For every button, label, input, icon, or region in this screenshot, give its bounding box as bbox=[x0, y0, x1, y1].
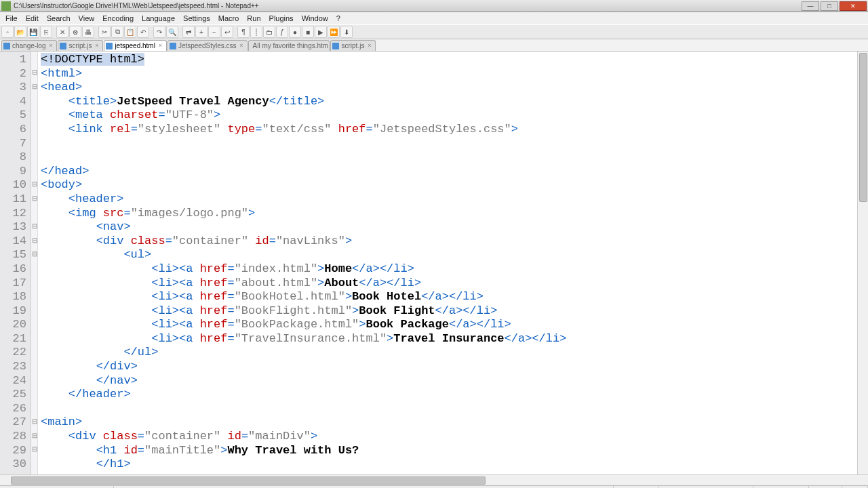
code-line[interactable]: <li><a href="BookPackage.html">Book Pack… bbox=[41, 318, 868, 332]
code-line[interactable]: </nav> bbox=[41, 374, 868, 388]
code-line[interactable]: <li><a href="BookFlight.html">Book Fligh… bbox=[41, 304, 868, 319]
fold-marker bbox=[31, 121, 37, 136]
window-close-button[interactable]: ✕ bbox=[840, 1, 867, 11]
file-tab-label: change-log bbox=[12, 42, 45, 49]
code-line[interactable]: <h1 id="mainTitle">Why Travel with Us? bbox=[41, 444, 868, 458]
file-tab[interactable]: script.js× bbox=[330, 40, 376, 51]
tab-close-icon[interactable]: × bbox=[157, 43, 163, 49]
cut-icon[interactable]: ✂ bbox=[98, 26, 111, 38]
code-line[interactable]: <head> bbox=[41, 81, 868, 95]
tab-close-icon[interactable]: × bbox=[94, 43, 100, 49]
undo-icon[interactable]: ↶ bbox=[137, 26, 149, 38]
print-icon[interactable]: 🖶 bbox=[82, 26, 94, 38]
fold-marker[interactable]: ⊟ bbox=[31, 414, 37, 428]
wrap-icon[interactable]: ↩ bbox=[221, 26, 233, 38]
code-line[interactable]: </header> bbox=[41, 388, 868, 402]
vertical-scroll-thumb[interactable] bbox=[859, 53, 867, 202]
fold-marker[interactable]: ⊟ bbox=[31, 443, 37, 457]
menu-edit[interactable]: Edit bbox=[22, 14, 43, 22]
copy-icon[interactable]: ⧉ bbox=[111, 26, 123, 38]
close-icon[interactable]: ✕ bbox=[56, 26, 68, 38]
code-line[interactable]: <li><a href="index.html">Home</a></li> bbox=[41, 262, 868, 277]
menu-encoding[interactable]: Encoding bbox=[98, 14, 138, 22]
menu-view[interactable]: View bbox=[75, 14, 99, 22]
menu-settings[interactable]: Settings bbox=[179, 14, 214, 22]
fold-marker[interactable]: ⊟ bbox=[31, 428, 37, 443]
file-tab[interactable]: script.js× bbox=[58, 40, 103, 51]
fold-marker[interactable]: ⊟ bbox=[31, 233, 37, 247]
code-line[interactable]: <main> bbox=[41, 415, 868, 430]
zoom-in-icon[interactable]: + bbox=[195, 26, 208, 38]
code-line[interactable]: <img src="images/logo.png"> bbox=[41, 207, 868, 221]
horizontal-scroll-thumb[interactable] bbox=[11, 476, 486, 485]
menu-macro[interactable]: Macro bbox=[214, 14, 243, 22]
code-line[interactable]: <link rel="stylesheet" type="text/css" h… bbox=[41, 123, 868, 137]
replace-icon[interactable]: ⇄ bbox=[182, 26, 195, 38]
zoom-out-icon[interactable]: − bbox=[208, 26, 220, 38]
record-icon[interactable]: ● bbox=[289, 26, 301, 38]
minimize-button[interactable]: — bbox=[802, 1, 819, 11]
open-icon[interactable]: 📂 bbox=[14, 26, 26, 38]
save-icon[interactable]: 💾 bbox=[27, 26, 39, 38]
code-line[interactable]: </h1> bbox=[41, 458, 868, 472]
code-line[interactable]: <meta charset="UTF-8"> bbox=[41, 108, 868, 123]
code-line[interactable]: <body> bbox=[41, 178, 868, 192]
maximize-button[interactable]: □ bbox=[821, 1, 838, 11]
file-tab[interactable]: jetspeed.html× bbox=[104, 40, 166, 51]
menu-window[interactable]: Window bbox=[298, 14, 332, 22]
indent-guide-icon[interactable]: ┊ bbox=[250, 26, 262, 38]
menu-file[interactable]: File bbox=[1, 14, 22, 22]
show-all-icon[interactable]: ¶ bbox=[237, 26, 250, 38]
play-icon[interactable]: ▶ bbox=[315, 26, 327, 38]
folder-icon[interactable]: 🗀 bbox=[263, 26, 275, 38]
vertical-scrollbar[interactable] bbox=[857, 52, 868, 474]
code-line[interactable] bbox=[41, 137, 868, 151]
tab-close-icon[interactable]: × bbox=[366, 43, 372, 49]
file-tab[interactable]: All my favorite things.htm× bbox=[248, 40, 330, 51]
new-file-icon[interactable]: ▫ bbox=[1, 26, 14, 38]
code-line[interactable] bbox=[41, 402, 868, 416]
code-line[interactable]: <div class="container" id="navLinks"> bbox=[41, 235, 868, 249]
paste-icon[interactable]: 📋 bbox=[124, 26, 136, 38]
tab-close-icon[interactable]: × bbox=[47, 43, 54, 49]
menu-language[interactable]: Language bbox=[138, 14, 179, 22]
code-line[interactable]: </head> bbox=[41, 165, 868, 179]
fold-marker[interactable]: ⊟ bbox=[31, 177, 37, 191]
play-multi-icon[interactable]: ⏩ bbox=[328, 26, 340, 38]
menu-[interactable]: ? bbox=[332, 14, 344, 22]
code-editor[interactable]: <!DOCTYPE html><html><head> <title>JetSp… bbox=[38, 52, 868, 474]
save-all-icon[interactable]: ⎘ bbox=[40, 26, 52, 38]
menu-run[interactable]: Run bbox=[243, 14, 264, 22]
code-line[interactable]: <li><a href="TravelInsurance.html">Trave… bbox=[41, 332, 868, 346]
fold-marker[interactable]: ⊟ bbox=[31, 191, 37, 205]
fold-marker[interactable]: ⊟ bbox=[31, 219, 37, 233]
menu-search[interactable]: Search bbox=[43, 14, 75, 22]
code-line[interactable]: </ul> bbox=[41, 346, 868, 360]
code-line[interactable]: <ul> bbox=[41, 248, 868, 262]
fold-marker[interactable]: ⊟ bbox=[31, 247, 37, 261]
save-macro-icon[interactable]: ⬇ bbox=[340, 26, 353, 38]
code-line[interactable] bbox=[41, 150, 868, 165]
fold-marker[interactable]: ⊟ bbox=[31, 66, 37, 80]
file-tab[interactable]: JetspeedStyles.css× bbox=[167, 40, 248, 51]
code-line[interactable]: <div class="container" id="mainDiv"> bbox=[41, 430, 868, 444]
file-tab[interactable]: change-log× bbox=[1, 40, 57, 51]
close-all-icon[interactable]: ⊗ bbox=[69, 26, 81, 38]
code-line[interactable]: <title>JetSpeed Travel Agency</title> bbox=[41, 95, 868, 109]
line-number: 30 bbox=[0, 458, 31, 472]
code-line[interactable]: <nav> bbox=[41, 220, 868, 235]
tab-close-icon[interactable]: × bbox=[238, 43, 244, 49]
code-line[interactable]: <li><a href="BookHotel.html">Book Hotel<… bbox=[41, 290, 868, 304]
code-line[interactable]: </div> bbox=[41, 360, 868, 374]
menu-plugins[interactable]: Plugins bbox=[265, 14, 298, 22]
find-icon[interactable]: 🔍 bbox=[166, 26, 178, 38]
redo-icon[interactable]: ↷ bbox=[153, 26, 165, 38]
code-line[interactable]: <header> bbox=[41, 192, 868, 207]
stop-icon[interactable]: ■ bbox=[302, 26, 314, 38]
func-list-icon[interactable]: ƒ bbox=[276, 26, 288, 38]
code-line[interactable]: <li><a href="about.html">About</a></li> bbox=[41, 277, 868, 291]
horizontal-scrollbar[interactable] bbox=[0, 474, 868, 485]
code-line[interactable]: <html> bbox=[41, 67, 868, 81]
code-line[interactable]: <!DOCTYPE html> bbox=[41, 53, 868, 67]
fold-marker[interactable]: ⊟ bbox=[31, 79, 37, 94]
